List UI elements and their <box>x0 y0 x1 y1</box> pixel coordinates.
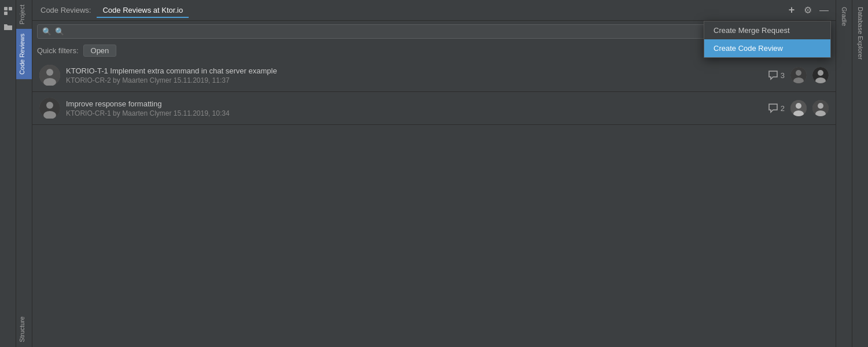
comment-count-2: 2 <box>768 103 785 113</box>
folder-icon[interactable] <box>2 21 14 34</box>
tab-bar-actions: + ⚙ — <box>785 3 831 17</box>
svg-point-19 <box>818 103 823 109</box>
reviewer-avatar-2a <box>790 100 807 116</box>
tab-bar: Code Reviews: Code Reviews at Ktor.io + … <box>32 0 836 21</box>
review-info-2: Improve response formatting KTORIO-CR-1 … <box>66 99 762 117</box>
review-title-2: Improve response formatting <box>66 99 762 108</box>
filter-open-badge[interactable]: Open <box>83 45 117 57</box>
sidebar-tab-code-reviews[interactable]: Code Reviews <box>16 29 32 79</box>
tab-code-reviews-ktor[interactable]: Code Reviews at Ktor.io <box>97 3 189 18</box>
right-sidebar-gradle: Gradle <box>836 0 852 347</box>
review-meta-1: KTORIO-CR-2 by Maarten Clymer 15.11.2019… <box>66 76 762 84</box>
reviewer-avatar-1b <box>812 67 829 83</box>
right-sidebar-db-explorer: Database Explorer <box>852 0 868 347</box>
review-title-1: KTORIO-T-1 Implement extra command in ch… <box>66 67 762 75</box>
left-icon-sidebar <box>0 0 16 347</box>
main-panel: Code Reviews: Code Reviews at Ktor.io + … <box>32 0 836 347</box>
comment-number-2: 2 <box>781 104 785 113</box>
search-icon: 🔍 <box>42 27 52 36</box>
review-info-1: KTORIO-T-1 Implement extra command in ch… <box>66 67 762 84</box>
review-actions-2: 2 <box>768 100 829 116</box>
svg-rect-2 <box>4 12 8 15</box>
svg-point-10 <box>818 70 823 76</box>
svg-point-4 <box>46 69 53 76</box>
sidebar-tab-database-explorer[interactable]: Database Explorer <box>855 2 866 64</box>
review-list: KTORIO-T-1 Implement extra command in ch… <box>32 59 836 347</box>
review-item[interactable]: KTORIO-T-1 Implement extra command in ch… <box>32 59 836 92</box>
settings-button[interactable]: ⚙ <box>801 3 815 17</box>
review-meta-2: KTORIO-CR-1 by Maarten Clymer 15.11.2019… <box>66 109 762 117</box>
sidebar-tab-gradle[interactable]: Gradle <box>838 2 850 31</box>
minimize-button[interactable]: — <box>817 3 831 17</box>
svg-point-7 <box>796 70 801 76</box>
sidebar-tab-structure[interactable]: Structure <box>16 312 32 347</box>
tab-bar-static-label: Code Reviews: <box>37 6 94 14</box>
project-icon[interactable] <box>2 5 14 17</box>
reviewer-avatar-1a <box>790 67 807 83</box>
comment-number-1: 3 <box>781 71 785 80</box>
dropdown-menu: Create Merge Request Create Code Review <box>704 21 831 58</box>
review-actions-1: 3 <box>768 67 829 83</box>
author-avatar-1 <box>39 65 60 86</box>
dropdown-item-code-review[interactable]: Create Code Review <box>704 39 830 57</box>
review-item[interactable]: Improve response formatting KTORIO-CR-1 … <box>32 92 836 125</box>
dropdown-item-merge-request[interactable]: Create Merge Request <box>704 21 830 39</box>
svg-rect-0 <box>4 7 8 10</box>
comment-icon-2 <box>768 103 778 113</box>
author-avatar-2 <box>39 98 60 119</box>
reviewer-avatar-2b <box>812 100 829 116</box>
sidebar-tab-project[interactable]: Project <box>16 0 32 29</box>
svg-point-13 <box>46 102 53 109</box>
comment-count-1: 3 <box>768 70 785 80</box>
svg-rect-1 <box>9 7 12 10</box>
add-button[interactable]: + <box>785 3 799 17</box>
svg-point-16 <box>796 103 801 109</box>
quick-filters-label: Quick filters: <box>37 46 79 55</box>
comment-icon-1 <box>768 70 778 80</box>
